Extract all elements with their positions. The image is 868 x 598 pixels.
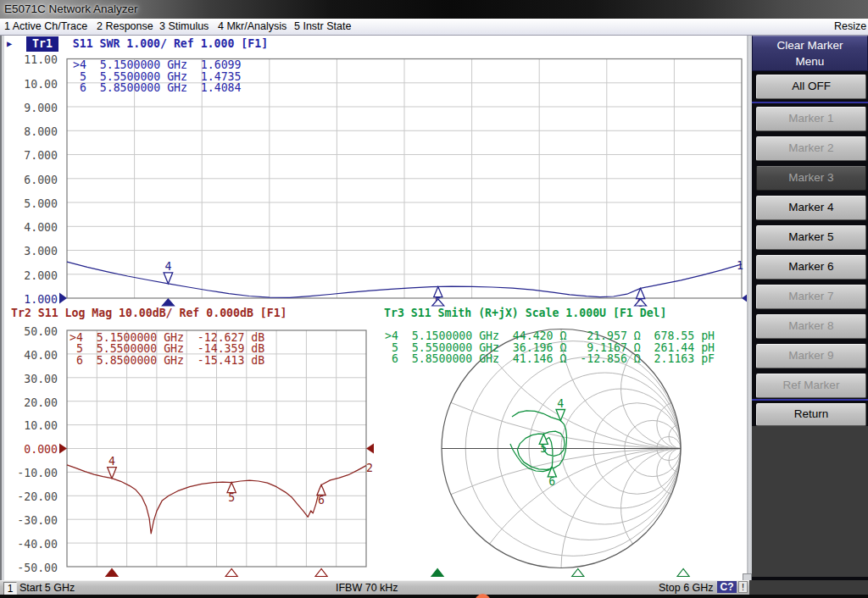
tr1-format-description: S11 SWR 1.000/ Ref 1.000 [F1]	[73, 37, 268, 50]
softkey-button-marker-7[interactable]: Marker 7	[756, 285, 866, 309]
softkey-button-ref-marker[interactable]: Ref Marker	[756, 374, 866, 398]
softkey-menu-title-line2: Menu	[753, 53, 867, 69]
active-trace-arrow-icon: ▶	[7, 38, 26, 48]
tr2-ytick--40.00: -40.00	[14, 539, 58, 550]
tr2-ytick-10.00: 10.00	[14, 420, 58, 431]
tr2-marker6-number: 6	[318, 494, 325, 507]
tr2-ytick-40.00: 40.00	[14, 350, 58, 361]
softkey-menu-title: Clear Marker Menu	[752, 36, 868, 71]
softkey-sidebar: Clear Marker Menu All OFFMarker 1Marker …	[747, 36, 868, 595]
tr1-marker4-number: 4	[164, 260, 171, 273]
tr1-name-badge: Tr1	[26, 36, 58, 52]
tr3-marker-row-2: 5 5.5500000 GHz 36.196 Ω 9.1167 Ω 261.44…	[385, 342, 715, 354]
tr1-ytick-7.000: 7.000	[14, 150, 58, 161]
tr3-smith-trace	[510, 411, 567, 472]
tr1-ytick-8.000: 8.000	[14, 126, 58, 137]
bottom-edge-strip	[0, 595, 868, 598]
tr1-header[interactable]: ▶Tr1S11 SWR 1.000/ Ref 1.000 [F1]	[7, 37, 268, 52]
softkey-separator-bottom	[752, 399, 868, 401]
softkey-button-marker-6[interactable]: Marker 6	[756, 255, 866, 280]
tr2-ytick-20.00: 20.00	[14, 397, 58, 408]
tr2-header[interactable]: Tr2 S11 Log Mag 10.00dB/ Ref 0.000dB [F1…	[11, 307, 287, 319]
softkey-button-marker-2[interactable]: Marker 2	[756, 136, 866, 161]
softkey-separator-top	[752, 102, 868, 103]
taskbar-peek-icon	[475, 594, 491, 598]
tr1-ytick-2.000: 2.000	[14, 270, 58, 281]
tr2-marker-readout: >4 5.1500000 GHz -12.627 dB 5 5.5500000 …	[70, 332, 264, 367]
tr3-marker-row-3: 6 5.8500000 GHz 41.146 Ω -12.856 Ω 2.116…	[385, 353, 715, 365]
channel-number-box: 1	[3, 582, 17, 595]
tr1-marker-row-1: >4 5.1500000 GHz 1.6099	[73, 59, 242, 71]
tr1-ytick-4.000: 4.000	[14, 222, 58, 233]
tr2-marker-row-1: >4 5.1500000 GHz -12.627 dB	[70, 332, 264, 344]
tr2-marker-row-3: 6 5.8500000 GHz -15.413 dB	[70, 355, 264, 367]
tr2-marker-row-2: 5 5.5500000 GHz -14.359 dB	[70, 343, 264, 355]
status-bar: 1 Start 5 GHz IFBW 70 kHz Stop 6 GHz	[0, 580, 749, 595]
tr2-marker4-stimulus-indicator[interactable]	[106, 569, 118, 577]
softkey-button-return[interactable]: Return	[756, 403, 866, 426]
tr1-trace-number-label: 1	[737, 259, 743, 272]
tr2-ytick-50.00: 50.00	[14, 326, 58, 337]
tr1-marker-readout: >4 5.1500000 GHz 1.6099 5 5.5500000 GHz …	[73, 59, 242, 94]
tr3-marker5-number: 5	[540, 442, 547, 455]
tr1-ytick-3.000: 3.000	[14, 246, 58, 257]
tr2-ref-triangle-left[interactable]	[59, 444, 67, 454]
tr3-marker4-number: 4	[557, 397, 564, 410]
tr1-ref-triangle-left[interactable]	[59, 293, 67, 304]
tr1-marker-row-2: 5 5.5500000 GHz 1.4735	[73, 71, 242, 83]
status-warning-indicator: !	[738, 581, 748, 593]
status-start-frequency[interactable]: Start 5 GHz	[19, 582, 75, 594]
status-correction-badge: C?	[717, 581, 737, 593]
tr2-marker5-number: 5	[228, 491, 235, 504]
tr2-ytick-0.000: 0.000	[14, 444, 58, 455]
tr3-marker4-stimulus-indicator[interactable]	[431, 569, 443, 577]
app-window: E5071C Network Analyzer Resize 1 Active …	[0, 0, 868, 598]
tr1-marker-row-3: 6 5.8500000 GHz 1.4084	[73, 82, 242, 94]
tr1-marker4-symbol[interactable]	[164, 273, 173, 284]
tr2-marker4-symbol[interactable]	[108, 468, 117, 479]
softkey-button-marker-5[interactable]: Marker 5	[756, 225, 866, 250]
tr1-ytick-10.00: 10.00	[14, 79, 58, 90]
tr2-ref-triangle-right[interactable]	[366, 444, 374, 454]
status-ifbw[interactable]: IFBW 70 kHz	[336, 582, 398, 594]
tr3-marker-readout: >4 5.1500000 GHz 44.420 Ω 21.957 Ω 678.5…	[385, 330, 715, 365]
softkey-button-marker-8[interactable]: Marker 8	[756, 314, 866, 339]
softkey-button-marker-3[interactable]: Marker 3	[756, 166, 866, 191]
tr1-ytick-11.00: 11.00	[14, 54, 58, 65]
tr2-ytick--20.00: -20.00	[14, 491, 58, 502]
tr2-marker5-stimulus-indicator[interactable]	[225, 569, 237, 577]
softkey-button-marker-4[interactable]: Marker 4	[756, 196, 866, 220]
tr1-ytick-5.000: 5.000	[14, 198, 58, 209]
softkey-menu-title-line1: Clear Marker	[753, 37, 867, 53]
softkey-button-all-off[interactable]: All OFF	[756, 75, 866, 99]
tr2-ytick--30.00: -30.00	[14, 515, 58, 526]
tr3-marker-row-1: >4 5.1500000 GHz 44.420 Ω 21.957 Ω 678.5…	[385, 330, 715, 342]
softkey-button-marker-1[interactable]: Marker 1	[756, 107, 866, 131]
tr3-marker5-stimulus-indicator[interactable]	[572, 569, 584, 577]
sidebar-lower-panel	[752, 426, 868, 577]
tr2-ytick-30.00: 30.00	[14, 374, 58, 385]
tr3-header[interactable]: Tr3 S11 Smith (R+jX) Scale 1.000U [F1 De…	[384, 307, 666, 319]
status-bar-right-filler	[749, 580, 868, 595]
tr1-ytick-6.000: 6.000	[14, 174, 58, 185]
tr2-marker6-stimulus-indicator[interactable]	[315, 569, 327, 577]
tr1-ytick-9.000: 9.000	[14, 102, 58, 114]
tr1-marker4-stimulus-indicator[interactable]	[162, 299, 174, 306]
tr1-ytick-1.000: 1.000	[14, 294, 58, 305]
tr3-marker6-stimulus-indicator[interactable]	[677, 569, 689, 577]
tr2-trace-number-label: 2	[366, 462, 373, 474]
softkey-button-marker-9[interactable]: Marker 9	[756, 344, 866, 368]
tr3-marker6-number: 6	[548, 475, 555, 488]
status-stop-frequency[interactable]: Stop 6 GHz	[659, 582, 714, 594]
tr2-ytick--50.00: -50.00	[14, 562, 58, 573]
tr2-ytick--10.00: -10.00	[14, 468, 58, 479]
tr2-marker4-number: 4	[108, 455, 115, 468]
